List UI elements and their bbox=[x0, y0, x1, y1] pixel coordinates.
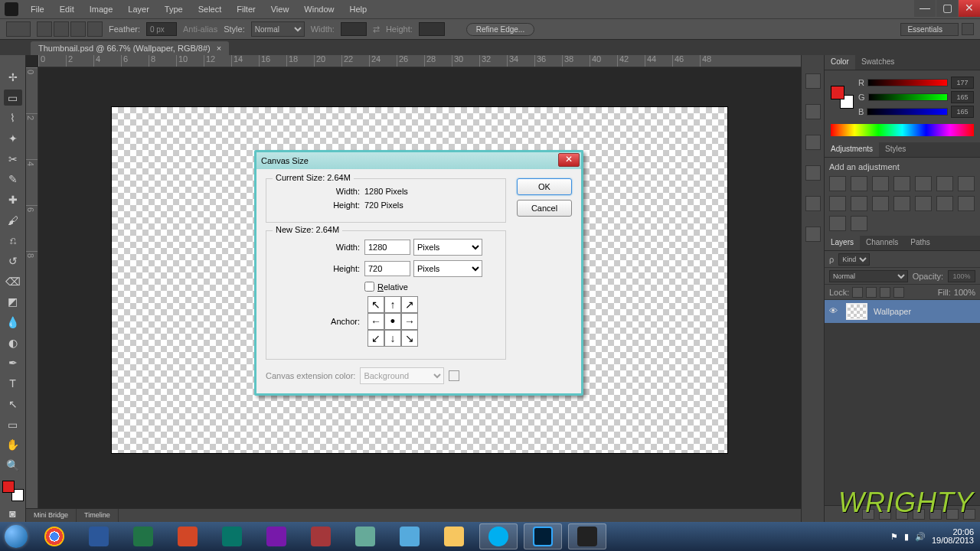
layer-mask-icon[interactable] bbox=[896, 509, 908, 520]
task-powerpoint[interactable] bbox=[168, 523, 207, 549]
adj-brightness-icon[interactable] bbox=[829, 176, 846, 191]
document-tab[interactable]: Thumbnail.psd @ 66.7% (Wallpaper, RGB/8#… bbox=[31, 41, 229, 55]
tab-channels[interactable]: Channels bbox=[860, 236, 904, 250]
lock-transparency-icon[interactable] bbox=[852, 287, 863, 298]
tray-volume-icon[interactable]: 🔊 bbox=[915, 532, 926, 542]
layer-filter-kind[interactable]: Kind bbox=[838, 253, 870, 266]
move-tool-icon[interactable]: ✢ bbox=[4, 69, 22, 86]
adj-huesat-icon[interactable] bbox=[936, 176, 953, 191]
task-app1[interactable] bbox=[346, 523, 384, 549]
new-height-input[interactable] bbox=[364, 261, 410, 276]
pen-tool-icon[interactable]: ✒ bbox=[4, 355, 22, 372]
adj-exposure-icon[interactable] bbox=[893, 176, 910, 191]
selection-add-icon[interactable] bbox=[54, 21, 69, 37]
b-value[interactable]: 165 bbox=[951, 106, 974, 118]
menu-filter[interactable]: Filter bbox=[229, 2, 263, 17]
new-layer-icon[interactable] bbox=[946, 509, 959, 520]
r-slider[interactable] bbox=[867, 79, 948, 86]
eyedropper-tool-icon[interactable]: ✎ bbox=[4, 171, 22, 187]
ok-button[interactable]: OK bbox=[517, 178, 572, 195]
path-tool-icon[interactable]: ↖ bbox=[4, 396, 22, 412]
anchor-ne[interactable]: ↗ bbox=[401, 296, 418, 313]
tab-adjustments[interactable]: Adjustments bbox=[825, 142, 879, 157]
tab-paths[interactable]: Paths bbox=[904, 236, 936, 250]
system-tray[interactable]: ⚑ ▮ 🔊 20:06 19/08/2013 bbox=[890, 528, 980, 545]
adj-curves-icon[interactable] bbox=[872, 176, 889, 191]
menu-edit[interactable]: Edit bbox=[52, 2, 82, 17]
anchor-e[interactable]: → bbox=[401, 313, 418, 330]
lasso-tool-icon[interactable]: ⌇ bbox=[4, 109, 22, 126]
lock-position-icon[interactable] bbox=[880, 287, 890, 298]
adj-colorbalance-icon[interactable] bbox=[958, 176, 975, 191]
stamp-tool-icon[interactable]: ⎌ bbox=[4, 233, 22, 249]
color-fg-bg[interactable] bbox=[2, 481, 24, 502]
selection-subtract-icon[interactable] bbox=[70, 21, 86, 37]
shape-tool-icon[interactable]: ▭ bbox=[4, 416, 22, 433]
layer-fx-icon[interactable] bbox=[879, 509, 891, 520]
anchor-se[interactable]: ↘ bbox=[401, 330, 418, 347]
delete-layer-icon[interactable] bbox=[963, 509, 975, 520]
adj-channelmixer-icon[interactable] bbox=[872, 196, 889, 211]
layer-row[interactable]: 👁 Wallpaper bbox=[825, 300, 980, 323]
menu-view[interactable]: View bbox=[263, 2, 297, 17]
task-chrome[interactable] bbox=[35, 523, 74, 549]
tray-network-icon[interactable]: ▮ bbox=[904, 532, 909, 542]
new-height-unit-select[interactable]: Pixels bbox=[413, 260, 482, 277]
task-folder[interactable] bbox=[435, 523, 473, 549]
adj-vibrance-icon[interactable] bbox=[915, 176, 932, 191]
zoom-tool-icon[interactable]: 🔍 bbox=[4, 457, 22, 474]
dialog-titlebar[interactable]: Canvas Size ✕ bbox=[256, 152, 581, 169]
link-layers-icon[interactable] bbox=[862, 509, 874, 520]
anchor-w[interactable]: ← bbox=[368, 313, 384, 330]
menu-help[interactable]: Help bbox=[341, 2, 374, 17]
b-slider[interactable] bbox=[867, 108, 948, 116]
document-tab-close-icon[interactable]: × bbox=[217, 44, 221, 53]
new-group-icon[interactable] bbox=[929, 509, 942, 520]
menu-type[interactable]: Type bbox=[157, 2, 191, 17]
adj-colorlookup-icon[interactable] bbox=[893, 196, 910, 211]
maximize-button[interactable]: ▢ bbox=[936, 0, 958, 17]
lock-all-icon[interactable] bbox=[893, 287, 904, 298]
task-publisher[interactable] bbox=[213, 523, 251, 549]
tab-layers[interactable]: Layers bbox=[825, 236, 860, 250]
menu-layer[interactable]: Layer bbox=[120, 2, 157, 17]
color-spectrum[interactable] bbox=[831, 124, 974, 136]
adj-threshold-icon[interactable] bbox=[958, 196, 975, 211]
adj-photofilter-icon[interactable] bbox=[851, 196, 867, 211]
task-skype[interactable] bbox=[479, 523, 518, 549]
workspace-switcher[interactable]: Essentials bbox=[900, 23, 959, 36]
refine-edge-button[interactable]: Refine Edge... bbox=[466, 23, 534, 36]
tool-preset-picker[interactable] bbox=[6, 21, 31, 37]
fill-value[interactable]: 100% bbox=[954, 288, 975, 297]
eraser-tool-icon[interactable]: ⌫ bbox=[4, 273, 22, 290]
new-width-unit-select[interactable]: Pixels bbox=[413, 239, 482, 256]
g-slider[interactable] bbox=[868, 93, 948, 101]
layer-name[interactable]: Wallpaper bbox=[874, 307, 911, 316]
g-value[interactable]: 165 bbox=[951, 91, 974, 103]
tab-color[interactable]: Color bbox=[825, 55, 855, 70]
feather-input[interactable] bbox=[146, 22, 177, 36]
dodge-tool-icon[interactable]: ◐ bbox=[4, 334, 22, 351]
anchor-center[interactable]: • bbox=[384, 313, 401, 330]
adj-levels-icon[interactable] bbox=[851, 176, 867, 191]
marquee-tool-icon[interactable]: ▭ bbox=[4, 90, 22, 106]
selection-intersect-icon[interactable] bbox=[87, 21, 103, 37]
new-adjustment-layer-icon[interactable] bbox=[913, 509, 925, 520]
blur-tool-icon[interactable]: 💧 bbox=[4, 314, 22, 331]
menu-file[interactable]: File bbox=[23, 2, 52, 17]
new-width-input[interactable] bbox=[364, 240, 410, 255]
type-tool-icon[interactable]: T bbox=[4, 375, 22, 392]
menu-select[interactable]: Select bbox=[191, 2, 230, 17]
close-button[interactable]: ✕ bbox=[959, 0, 980, 17]
visibility-toggle-icon[interactable]: 👁 bbox=[829, 306, 840, 317]
wand-tool-icon[interactable]: ✦ bbox=[4, 130, 22, 147]
search-icon[interactable] bbox=[962, 23, 974, 35]
adj-bw-icon[interactable] bbox=[829, 196, 846, 211]
tab-timeline[interactable]: Timeline bbox=[77, 509, 119, 522]
minimize-button[interactable]: — bbox=[914, 0, 936, 17]
extension-color-swatch[interactable] bbox=[449, 370, 459, 381]
crop-tool-icon[interactable]: ✂ bbox=[4, 151, 22, 168]
gradient-tool-icon[interactable]: ◩ bbox=[4, 294, 22, 311]
menu-image[interactable]: Image bbox=[82, 2, 121, 17]
task-word[interactable] bbox=[80, 523, 118, 549]
